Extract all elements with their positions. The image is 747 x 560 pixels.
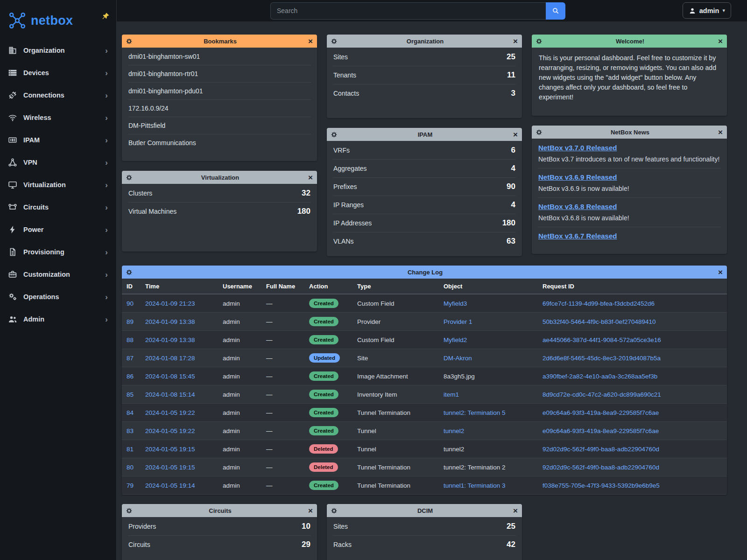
- changelog-time-link[interactable]: 2024-01-09 13:38: [145, 318, 195, 325]
- bookmark-item[interactable]: dmi01-binghamton-sw01: [128, 48, 311, 65]
- sidebar-item-power[interactable]: Power›: [0, 218, 116, 241]
- sidebar-item-vpn[interactable]: VPN›: [0, 151, 116, 174]
- changelog-id-link[interactable]: 86: [127, 373, 134, 380]
- gear-icon[interactable]: [126, 508, 132, 514]
- stat-label[interactable]: Aggregates: [333, 165, 367, 172]
- stat-label[interactable]: Sites: [333, 523, 348, 530]
- close-icon[interactable]: ×: [308, 37, 313, 45]
- object-link[interactable]: Myfield3: [444, 300, 467, 307]
- request-id-link[interactable]: 69fce7cf-1139-4d99-bfea-f3dcbd2452d6: [543, 300, 655, 307]
- gear-icon[interactable]: [331, 38, 337, 44]
- news-headline-link[interactable]: NetBox v3.6.9 Released: [538, 173, 617, 181]
- gear-icon[interactable]: [536, 38, 542, 44]
- pin-sidebar-icon[interactable]: [102, 12, 110, 22]
- bookmark-item[interactable]: dmi01-binghamton-pdu01: [128, 83, 311, 100]
- changelog-id-link[interactable]: 87: [127, 355, 134, 362]
- stat-label[interactable]: Clusters: [128, 189, 152, 197]
- object-link[interactable]: item1: [444, 391, 459, 398]
- close-icon[interactable]: ×: [513, 131, 518, 139]
- changelog-id-link[interactable]: 90: [127, 300, 134, 307]
- request-id-link[interactable]: e09c64a6-93f3-419a-8ea9-229585f7c6ae: [543, 409, 659, 416]
- gear-icon[interactable]: [331, 508, 337, 514]
- request-id-link[interactable]: ae445066-387d-44f1-9084-572a05ce3e16: [543, 336, 661, 343]
- close-icon[interactable]: ×: [718, 268, 723, 276]
- changelog-time-link[interactable]: 2024-01-05 19:15: [145, 464, 195, 471]
- sidebar-item-operations[interactable]: Operations›: [0, 286, 116, 308]
- stat-label[interactable]: VLANs: [333, 238, 354, 245]
- sidebar-item-provisioning[interactable]: Provisioning›: [0, 241, 116, 263]
- object-link[interactable]: DM-Akron: [444, 355, 472, 362]
- search-input[interactable]: [270, 2, 546, 20]
- sidebar-item-circuits[interactable]: Circuits›: [0, 196, 116, 218]
- gear-icon[interactable]: [536, 129, 542, 135]
- sidebar-item-virtualization[interactable]: Virtualization›: [0, 174, 116, 196]
- changelog-time-link[interactable]: 2024-01-09 13:38: [145, 336, 195, 343]
- sidebar-item-customization[interactable]: Customization›: [0, 263, 116, 286]
- changelog-id-link[interactable]: 85: [127, 391, 134, 398]
- search-button[interactable]: [546, 2, 565, 20]
- stat-label[interactable]: Providers: [128, 523, 156, 530]
- close-icon[interactable]: ×: [308, 507, 313, 515]
- sidebar-item-wireless[interactable]: Wireless›: [0, 106, 116, 129]
- gear-icon[interactable]: [126, 38, 132, 44]
- changelog-id-link[interactable]: 88: [127, 336, 134, 343]
- request-id-link[interactable]: e09c64a6-93f3-419a-8ea9-229585f7c6ae: [543, 427, 659, 434]
- request-id-link[interactable]: 50b32f40-5464-4f9c-b83f-0ef270489410: [543, 318, 655, 325]
- sidebar-item-devices[interactable]: Devices›: [0, 62, 116, 84]
- stat-label[interactable]: VRFs: [333, 147, 350, 154]
- news-headline-link[interactable]: NetBox v3.6.7 Released: [538, 232, 617, 240]
- changelog-id-link[interactable]: 84: [127, 409, 134, 416]
- object-link[interactable]: tunnel2: [444, 427, 464, 434]
- request-id-link[interactable]: a390fbef-2a82-4e10-aa0a-3c268aa5ef3b: [543, 373, 657, 380]
- request-id-link[interactable]: f038e755-705e-47f3-9433-5392b9e6b9e5: [543, 482, 660, 489]
- close-icon[interactable]: ×: [513, 37, 518, 45]
- stat-label[interactable]: IP Addresses: [333, 219, 372, 227]
- request-id-link[interactable]: 92d02d9c-562f-49f0-baa8-adb22904760d: [543, 464, 659, 471]
- stat-label[interactable]: Sites: [333, 53, 348, 61]
- gear-icon[interactable]: [331, 132, 337, 138]
- gear-icon[interactable]: [126, 269, 132, 275]
- changelog-id-link[interactable]: 80: [127, 464, 134, 471]
- bookmark-item[interactable]: Butler Communications: [128, 134, 311, 151]
- sidebar-item-admin[interactable]: Admin›: [0, 308, 116, 330]
- object-link[interactable]: Provider 1: [444, 318, 472, 325]
- changelog-time-link[interactable]: 2024-01-05 19:15: [145, 446, 195, 453]
- changelog-time-link[interactable]: 2024-01-09 21:23: [145, 300, 195, 307]
- user-menu-button[interactable]: admin ▾: [683, 2, 731, 19]
- stat-label[interactable]: Tenants: [333, 71, 356, 79]
- changelog-id-link[interactable]: 79: [127, 482, 134, 489]
- changelog-id-link[interactable]: 81: [127, 446, 134, 453]
- gear-icon[interactable]: [126, 175, 132, 181]
- stat-label[interactable]: Prefixes: [333, 183, 357, 190]
- close-icon[interactable]: ×: [718, 128, 723, 136]
- close-icon[interactable]: ×: [308, 174, 313, 182]
- changelog-time-link[interactable]: 2024-01-08 17:28: [145, 355, 195, 362]
- bookmark-item[interactable]: 172.16.0.9/24: [128, 100, 311, 117]
- stat-label[interactable]: Contacts: [333, 90, 359, 97]
- object-link[interactable]: tunnel2: Termination 5: [444, 409, 506, 416]
- changelog-time-link[interactable]: 2024-01-05 19:22: [145, 409, 195, 416]
- request-id-link[interactable]: 92d02d9c-562f-49f0-baa8-adb22904760d: [543, 446, 659, 453]
- sidebar-item-ipam[interactable]: IPAM›: [0, 129, 116, 151]
- request-id-link[interactable]: 2d6d6e8f-5465-45dc-8ec3-2019d4087b5a: [543, 355, 661, 362]
- stat-label[interactable]: Circuits: [128, 541, 150, 548]
- sidebar-item-connections[interactable]: Connections›: [0, 84, 116, 106]
- changelog-time-link[interactable]: 2024-01-08 15:14: [145, 391, 195, 398]
- object-link[interactable]: tunnel1: Termination 3: [444, 482, 506, 489]
- news-headline-link[interactable]: NetBox v3.7.0 Released: [538, 144, 617, 152]
- changelog-id-link[interactable]: 83: [127, 427, 134, 434]
- changelog-time-link[interactable]: 2024-01-08 15:45: [145, 373, 195, 380]
- bookmark-item[interactable]: DM-Pittsfield: [128, 117, 311, 134]
- close-icon[interactable]: ×: [513, 507, 518, 515]
- stat-label[interactable]: Virtual Machines: [128, 208, 176, 215]
- sidebar-item-organization[interactable]: Organization›: [0, 39, 116, 62]
- request-id-link[interactable]: 8d9cd72e-cd0c-47c2-a620-dc899a690c21: [543, 391, 661, 398]
- bookmark-item[interactable]: dmi01-binghamton-rtr01: [128, 65, 311, 83]
- changelog-time-link[interactable]: 2024-01-05 19:22: [145, 427, 195, 434]
- news-headline-link[interactable]: NetBox v3.6.8 Released: [538, 203, 617, 210]
- stat-label[interactable]: Racks: [333, 541, 352, 548]
- close-icon[interactable]: ×: [718, 37, 723, 45]
- object-link[interactable]: Myfield2: [444, 336, 467, 343]
- changelog-time-link[interactable]: 2024-01-05 19:14: [145, 482, 195, 489]
- stat-label[interactable]: IP Ranges: [333, 201, 364, 209]
